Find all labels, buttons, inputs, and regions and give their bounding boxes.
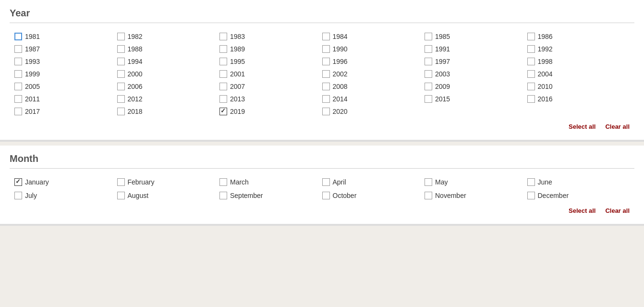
checkbox-item[interactable]: 2006 (117, 83, 220, 90)
checkbox-item[interactable]: 1997 (425, 58, 527, 65)
year-checkbox-1989[interactable] (219, 45, 227, 53)
checkbox-item[interactable]: July (14, 192, 117, 199)
checkbox-item[interactable]: 1991 (425, 45, 527, 53)
checkbox-item[interactable]: March (219, 178, 322, 186)
year-clear-all[interactable]: Clear all (605, 123, 630, 130)
month-checkbox-february[interactable] (117, 178, 125, 186)
checkbox-item[interactable]: October (322, 192, 425, 199)
checkbox-item[interactable]: January (14, 178, 117, 186)
checkbox-item[interactable]: 2012 (117, 95, 220, 103)
month-checkbox-march[interactable] (219, 178, 227, 186)
year-checkbox-1995[interactable] (219, 58, 227, 65)
year-checkbox-2005[interactable] (14, 83, 22, 90)
checkbox-item[interactable]: 1996 (322, 58, 425, 65)
checkbox-item[interactable]: 1999 (14, 70, 117, 78)
year-checkbox-2014[interactable] (322, 95, 330, 103)
checkbox-item[interactable]: 1985 (425, 33, 527, 40)
year-checkbox-1990[interactable] (322, 45, 330, 53)
year-checkbox-2003[interactable] (425, 70, 432, 78)
month-checkbox-november[interactable] (425, 192, 432, 199)
checkbox-item[interactable]: 2005 (14, 83, 117, 90)
checkbox-item[interactable]: 2003 (425, 70, 527, 78)
checkbox-item[interactable]: April (322, 178, 425, 186)
checkbox-item[interactable]: 2007 (219, 83, 322, 90)
checkbox-item[interactable]: 1981 (14, 33, 117, 40)
year-checkbox-2002[interactable] (322, 70, 330, 78)
year-checkbox-1981[interactable] (14, 33, 22, 40)
year-checkbox-2001[interactable] (219, 70, 227, 78)
checkbox-item[interactable]: 2016 (527, 95, 630, 103)
year-checkbox-1986[interactable] (527, 33, 535, 40)
checkbox-item[interactable]: 2000 (117, 70, 220, 78)
checkbox-item[interactable]: December (527, 192, 630, 199)
checkbox-item[interactable]: 1983 (219, 33, 322, 40)
year-checkbox-2000[interactable] (117, 70, 125, 78)
checkbox-item[interactable]: May (425, 178, 527, 186)
year-checkbox-1994[interactable] (117, 58, 125, 65)
year-checkbox-1998[interactable] (527, 58, 535, 65)
year-checkbox-2010[interactable] (527, 83, 535, 90)
checkbox-item[interactable]: 2014 (322, 95, 425, 103)
month-select-all[interactable]: Select all (569, 207, 595, 214)
checkbox-item[interactable]: 2018 (117, 108, 220, 115)
checkbox-item[interactable]: 2020 (322, 108, 425, 115)
year-checkbox-2013[interactable] (219, 95, 227, 103)
checkbox-item[interactable]: 2001 (219, 70, 322, 78)
checkbox-item[interactable]: August (117, 192, 220, 199)
year-checkbox-2012[interactable] (117, 95, 125, 103)
checkbox-item[interactable]: 2002 (322, 70, 425, 78)
checkbox-item[interactable]: 1990 (322, 45, 425, 53)
year-checkbox-2016[interactable] (527, 95, 535, 103)
month-checkbox-july[interactable] (14, 192, 22, 199)
checkbox-item[interactable]: 1992 (527, 45, 630, 53)
year-checkbox-1988[interactable] (117, 45, 125, 53)
year-checkbox-1999[interactable] (14, 70, 22, 78)
year-checkbox-1983[interactable] (219, 33, 227, 40)
month-checkbox-september[interactable] (219, 192, 227, 199)
year-checkbox-1993[interactable] (14, 58, 22, 65)
year-select-all[interactable]: Select all (569, 123, 595, 130)
year-checkbox-2008[interactable] (322, 83, 330, 90)
month-checkbox-april[interactable] (322, 178, 330, 186)
year-checkbox-2007[interactable] (219, 83, 227, 90)
checkbox-item[interactable]: 2008 (322, 83, 425, 90)
year-checkbox-2020[interactable] (322, 108, 330, 115)
year-checkbox-1991[interactable] (425, 45, 432, 53)
year-checkbox-2019[interactable] (219, 108, 227, 115)
checkbox-item[interactable]: 2011 (14, 95, 117, 103)
year-checkbox-2009[interactable] (425, 83, 432, 90)
checkbox-item[interactable]: 1989 (219, 45, 322, 53)
checkbox-item[interactable]: 1994 (117, 58, 220, 65)
checkbox-item[interactable]: 1987 (14, 45, 117, 53)
checkbox-item[interactable]: 2010 (527, 83, 630, 90)
checkbox-item[interactable]: 2004 (527, 70, 630, 78)
checkbox-item[interactable]: 2015 (425, 95, 527, 103)
year-checkbox-2006[interactable] (117, 83, 125, 90)
checkbox-item[interactable]: June (527, 178, 630, 186)
checkbox-item[interactable]: September (219, 192, 322, 199)
year-checkbox-1996[interactable] (322, 58, 330, 65)
month-checkbox-december[interactable] (527, 192, 535, 199)
month-checkbox-january[interactable] (14, 178, 22, 186)
checkbox-item[interactable]: 1988 (117, 45, 220, 53)
year-checkbox-1982[interactable] (117, 33, 125, 40)
year-checkbox-1985[interactable] (425, 33, 432, 40)
year-checkbox-1984[interactable] (322, 33, 330, 40)
year-checkbox-2017[interactable] (14, 108, 22, 115)
month-clear-all[interactable]: Clear all (605, 207, 630, 214)
checkbox-item[interactable]: 1993 (14, 58, 117, 65)
checkbox-item[interactable]: 2019 (219, 108, 322, 115)
year-checkbox-2004[interactable] (527, 70, 535, 78)
checkbox-item[interactable]: 1998 (527, 58, 630, 65)
year-checkbox-2018[interactable] (117, 108, 125, 115)
checkbox-item[interactable]: 1982 (117, 33, 220, 40)
month-checkbox-october[interactable] (322, 192, 330, 199)
year-checkbox-2011[interactable] (14, 95, 22, 103)
checkbox-item[interactable]: 2013 (219, 95, 322, 103)
month-checkbox-august[interactable] (117, 192, 125, 199)
checkbox-item[interactable]: 1984 (322, 33, 425, 40)
checkbox-item[interactable]: February (117, 178, 220, 186)
checkbox-item[interactable]: 2017 (14, 108, 117, 115)
year-checkbox-1992[interactable] (527, 45, 535, 53)
year-checkbox-1997[interactable] (425, 58, 432, 65)
